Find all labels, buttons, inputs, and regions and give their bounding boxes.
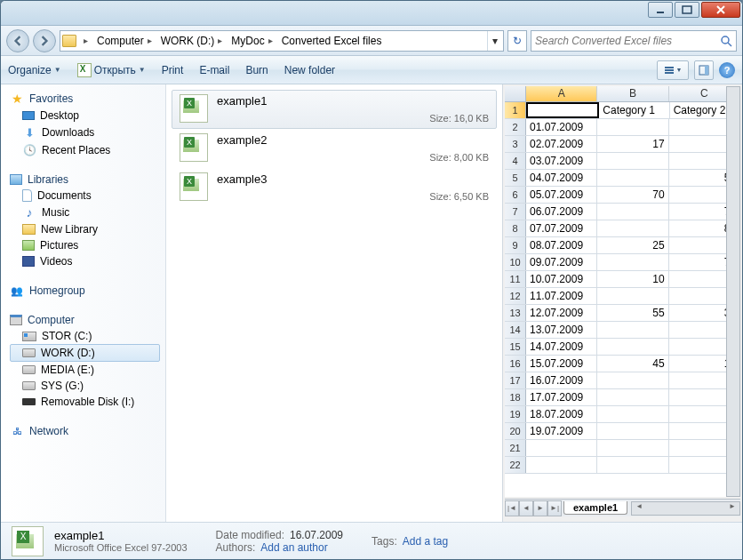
cell[interactable]: 18.07.2009 — [526, 406, 597, 422]
sidebar-drive-d[interactable]: WORK (D:) — [10, 344, 160, 362]
row-header[interactable]: 2 — [505, 119, 526, 135]
row-header[interactable]: 5 — [505, 170, 526, 186]
cell[interactable]: 06.07.2009 — [526, 204, 597, 220]
cell[interactable]: 17 — [597, 136, 668, 152]
sheet-nav-last[interactable]: ►| — [547, 500, 562, 516]
libraries-header[interactable]: Libraries — [10, 172, 165, 188]
cell[interactable] — [597, 322, 668, 338]
sidebar-drive-e[interactable]: MEDIA (E:) — [10, 362, 165, 378]
cell[interactable] — [526, 457, 597, 473]
row-header[interactable]: 22 — [505, 457, 526, 473]
column-header-a[interactable]: A — [526, 86, 597, 101]
cell[interactable]: 11.07.2009 — [526, 288, 597, 304]
cell[interactable]: 04.07.2009 — [526, 170, 597, 186]
row-header[interactable]: 15 — [505, 339, 526, 355]
vertical-scrollbar[interactable] — [726, 86, 740, 497]
cell[interactable] — [597, 389, 668, 405]
cell[interactable]: 16.07.2009 — [526, 372, 597, 388]
row-header[interactable]: 8 — [505, 220, 526, 236]
cell[interactable] — [597, 406, 668, 422]
column-header-b[interactable]: B — [597, 86, 668, 101]
favorites-header[interactable]: ★Favorites — [10, 90, 165, 108]
sidebar-recent[interactable]: Recent Places — [10, 141, 165, 159]
file-item[interactable]: example1Size: 16,0 KB — [172, 90, 497, 129]
cell[interactable]: 08.07.2009 — [526, 237, 597, 253]
horizontal-scrollbar[interactable] — [631, 501, 740, 516]
sidebar-desktop[interactable]: Desktop — [10, 108, 165, 124]
sidebar-documents[interactable]: Documents — [10, 188, 165, 204]
cell[interactable] — [597, 254, 668, 270]
homegroup-header[interactable]: Homegroup — [10, 282, 165, 300]
cell[interactable]: 14.07.2009 — [526, 339, 597, 355]
new-folder-button[interactable]: New folder — [284, 64, 335, 76]
cell[interactable]: 25 — [597, 237, 668, 253]
cell[interactable] — [597, 170, 668, 186]
cell[interactable] — [526, 440, 597, 456]
cell[interactable]: 15.07.2009 — [526, 356, 597, 372]
sheet-nav-first[interactable]: |◄ — [505, 500, 519, 516]
cell[interactable] — [526, 102, 599, 118]
row-header[interactable]: 6 — [505, 187, 526, 203]
preview-pane-button[interactable] — [694, 60, 714, 80]
row-header[interactable]: 9 — [505, 237, 526, 253]
cell[interactable]: 70 — [597, 187, 668, 203]
cell[interactable]: 05.07.2009 — [526, 187, 597, 203]
organize-button[interactable]: Organize ▼ — [8, 64, 61, 76]
forward-button[interactable] — [33, 29, 56, 52]
row-header[interactable]: 14 — [505, 322, 526, 338]
cell[interactable]: 03.07.2009 — [526, 153, 597, 169]
sidebar-downloads[interactable]: Downloads — [10, 124, 165, 141]
sheet-tab[interactable]: example1 — [563, 501, 627, 515]
row-header[interactable]: 16 — [505, 356, 526, 372]
network-header[interactable]: Network — [10, 422, 165, 440]
cell[interactable] — [597, 372, 668, 388]
breadcrumb-mydoc[interactable]: MyDoc ▸ — [228, 31, 276, 51]
row-header[interactable]: 12 — [505, 288, 526, 304]
row-header[interactable]: 4 — [505, 153, 526, 169]
sidebar-pictures[interactable]: Pictures — [10, 237, 165, 253]
breadcrumb-converted[interactable]: Converted Excel files — [278, 31, 386, 51]
sidebar-drive-g[interactable]: SYS (G:) — [10, 378, 165, 394]
breadcrumb-computer[interactable]: Computer ▸ — [93, 31, 156, 51]
computer-header[interactable]: Computer — [10, 312, 165, 328]
sidebar-drive-i[interactable]: Removable Disk (I:) — [10, 394, 165, 410]
cell[interactable] — [597, 119, 668, 135]
file-item[interactable]: example2Size: 8,00 KB — [172, 129, 497, 168]
back-button[interactable] — [6, 29, 29, 52]
breadcrumb-arrow[interactable]: ▸ — [80, 31, 92, 51]
breadcrumb-work[interactable]: WORK (D:) ▸ — [157, 31, 227, 51]
cell[interactable] — [597, 220, 668, 236]
cell[interactable]: 45 — [597, 356, 668, 372]
sidebar-videos[interactable]: Videos — [10, 253, 165, 269]
print-button[interactable]: Print — [162, 64, 184, 76]
cell[interactable]: 19.07.2009 — [526, 423, 597, 439]
cell[interactable] — [597, 423, 668, 439]
row-header[interactable]: 20 — [505, 423, 526, 439]
row-header[interactable]: 10 — [505, 254, 526, 270]
file-item[interactable]: example3Size: 6,50 KB — [172, 168, 497, 207]
cell[interactable] — [597, 440, 668, 456]
view-button[interactable]: ▼ — [657, 60, 689, 80]
authors-value[interactable]: Add an author — [260, 541, 327, 554]
sidebar-music[interactable]: Music — [10, 204, 165, 221]
tags-value[interactable]: Add a tag — [403, 535, 448, 548]
cell[interactable] — [597, 288, 668, 304]
select-all-corner[interactable] — [505, 86, 526, 101]
cell[interactable] — [597, 204, 668, 220]
row-header[interactable]: 13 — [505, 305, 526, 321]
cell[interactable]: 02.07.2009 — [526, 136, 597, 152]
row-header[interactable]: 19 — [505, 406, 526, 422]
search-input[interactable]: Search Converted Excel files — [531, 30, 737, 52]
sidebar-drive-c[interactable]: STOR (C:) — [10, 328, 165, 344]
help-icon[interactable]: ? — [719, 62, 735, 78]
cell[interactable] — [597, 457, 668, 473]
sheet-nav-next[interactable]: ► — [533, 500, 547, 516]
cell[interactable]: 10.07.2009 — [526, 271, 597, 287]
sidebar-newlibrary[interactable]: New Library — [10, 221, 165, 237]
row-header[interactable]: 3 — [505, 136, 526, 152]
row-header[interactable]: 17 — [505, 372, 526, 388]
cell[interactable]: 10 — [597, 271, 668, 287]
row-header[interactable]: 11 — [505, 271, 526, 287]
cell[interactable]: 09.07.2009 — [526, 254, 597, 270]
refresh-button[interactable]: ↻ — [507, 30, 527, 52]
